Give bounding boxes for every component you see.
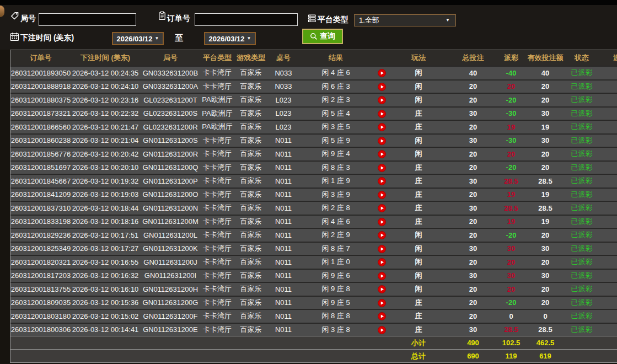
grand-total-payout: 119 (499, 349, 523, 362)
platform-type-select[interactable]: 1.全部 ▼ (354, 14, 456, 26)
play-icon[interactable] (378, 245, 386, 253)
cell-platform-type: PA欧洲厅 (201, 120, 233, 133)
cell-platform-type: 卡卡湾厅 (201, 174, 233, 188)
cell-platform-type: 卡卡湾厅 (201, 228, 233, 242)
play-icon[interactable] (378, 150, 386, 158)
round-number-input[interactable] (39, 13, 136, 26)
cell-status: 已派彩 (567, 188, 596, 201)
cell-round-number: GN0112631200H (140, 282, 201, 296)
cell-table-number: N011 (269, 228, 298, 242)
cell-payout: -20 (499, 160, 523, 174)
cell-valid-bet: 20 (523, 296, 567, 309)
play-icon[interactable] (378, 299, 386, 307)
cell-round-number: GN0112631200J (140, 255, 201, 269)
cell-total-bet: 20 (447, 188, 499, 201)
play-icon[interactable] (378, 326, 386, 334)
cell-valid-bet: 19 (523, 120, 567, 133)
play-icon[interactable] (378, 231, 386, 239)
play-icon[interactable] (378, 164, 386, 172)
cell-game-type: 百家乐 (233, 215, 269, 228)
play-icon[interactable] (378, 110, 386, 118)
cell-total-bet: 20 (447, 215, 499, 228)
grand-total-label: 总计 (390, 349, 447, 362)
cell-extra (596, 66, 617, 79)
cell-order-number: 260312001851697 (10, 160, 71, 174)
cell-replay (373, 269, 390, 282)
play-icon[interactable] (378, 83, 386, 91)
table-row: 260312001829236 2026-03-12 00:17:51 GN01… (10, 228, 617, 242)
cell-result: 闲 4 庄 6 (298, 215, 373, 228)
cell-result: 闲 1 庄 0 (298, 255, 373, 269)
cell-replay (373, 147, 390, 160)
cell-extra (596, 174, 617, 188)
date-from-select[interactable]: 2026/03/12 ▼ (112, 32, 164, 45)
col-header-bet-on: 玩法 (390, 50, 447, 66)
cell-total-bet: 20 (447, 296, 499, 309)
cell-valid-bet: 19 (523, 188, 567, 201)
cell-extra (596, 120, 617, 133)
search-button[interactable]: 查询 (302, 29, 343, 44)
cell-game-type: 百家乐 (233, 79, 269, 93)
cell-total-bet: 20 (447, 309, 499, 323)
cell-extra (596, 228, 617, 242)
cell-status: 已派彩 (567, 174, 596, 188)
cell-status: 已派彩 (567, 309, 596, 323)
cell-bet-on: 闲 (390, 255, 447, 269)
to-label: 至 (175, 33, 183, 44)
play-icon[interactable] (378, 204, 386, 212)
table-row: 260312001866560 2026-03-12 00:21:47 GL02… (10, 120, 617, 133)
cell-result: 闲 9 庄 4 (298, 147, 373, 160)
platform-type-value: 1.全部 (359, 15, 379, 25)
cell-bet-time: 2026-03-12 00:15:02 (71, 309, 140, 323)
table-footer: 小计 490 102.5 462.5 总计 690 119 619 (10, 336, 617, 362)
table-row: 260312001837310 2026-03-12 00:18:44 GN01… (10, 201, 617, 215)
cell-order-number: 260312001893050 (10, 66, 71, 79)
search-button-label: 查询 (320, 31, 335, 41)
grand-total-valid-bet: 619 (523, 349, 567, 362)
cell-table-number: N011 (269, 188, 298, 201)
col-header-result: 结果 (298, 50, 373, 66)
cell-total-bet: 20 (447, 120, 499, 133)
col-header-total: 总投注 (447, 50, 499, 66)
cell-total-bet: 20 (447, 93, 499, 106)
play-icon[interactable] (378, 123, 386, 131)
play-icon[interactable] (378, 137, 386, 145)
cell-table-number: N011 (269, 147, 298, 160)
cell-valid-bet: 20 (523, 79, 567, 93)
cell-extra (596, 79, 617, 93)
cell-round-number: GL0232631200R (140, 120, 201, 133)
cell-table-number: N011 (269, 309, 298, 323)
cell-bet-time: 2026-03-12 00:20:42 (71, 147, 140, 160)
cell-bet-time: 2026-03-12 00:15:36 (71, 296, 140, 309)
cell-payout: 20 (499, 282, 523, 296)
cell-total-bet: 30 (447, 174, 499, 188)
order-number-input[interactable] (195, 13, 298, 26)
cell-round-number: GN0332631200A (140, 79, 201, 93)
cell-platform-type: 卡卡湾厅 (201, 215, 233, 228)
play-icon[interactable] (378, 312, 386, 320)
cell-order-number: 260312001873321 (10, 106, 71, 120)
col-header-status: 状态 (567, 50, 596, 66)
play-icon[interactable] (378, 258, 386, 266)
cell-extra (596, 133, 617, 147)
cell-bet-time: 2026-03-12 00:24:35 (71, 66, 140, 79)
play-icon[interactable] (378, 218, 386, 226)
play-icon[interactable] (378, 272, 386, 280)
cell-order-number: 260312001845667 (10, 174, 71, 188)
cell-round-number: GN0112631200E (140, 323, 201, 336)
cell-game-type: 百家乐 (233, 106, 269, 120)
cell-total-bet: 30 (447, 269, 499, 282)
play-icon[interactable] (378, 191, 386, 199)
cell-total-bet: 20 (447, 228, 499, 242)
play-icon[interactable] (378, 96, 386, 104)
play-icon[interactable] (378, 177, 386, 185)
play-icon[interactable] (378, 285, 386, 293)
play-icon[interactable] (378, 69, 386, 77)
cell-total-bet: 20 (447, 255, 499, 269)
col-header-play (373, 50, 390, 66)
cell-round-number: GN0112631200L (140, 228, 201, 242)
cell-table-number: N011 (269, 133, 298, 147)
cell-bet-time: 2026-03-12 00:24:10 (71, 79, 140, 93)
cell-status: 已派彩 (567, 282, 596, 296)
date-to-select[interactable]: 2026/03/12 ▼ (204, 32, 256, 45)
